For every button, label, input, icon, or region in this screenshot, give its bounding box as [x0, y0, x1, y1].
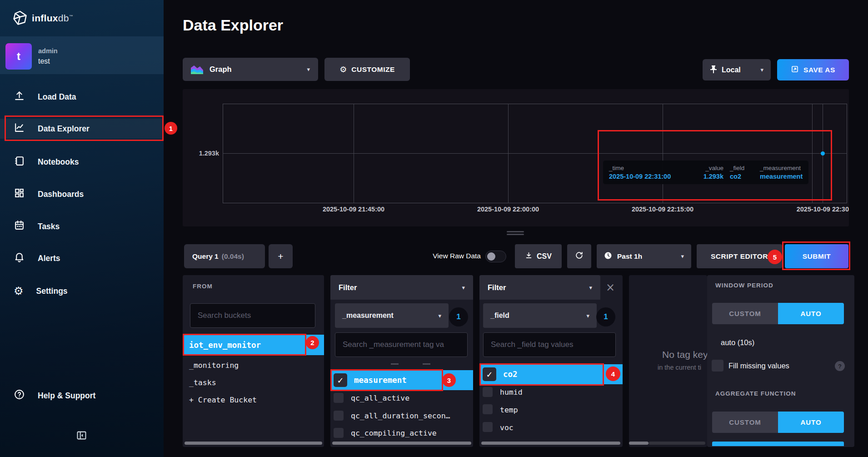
customize-button[interactable]: ⚙ CUSTOMIZE — [324, 58, 410, 81]
visualization-type-dropdown[interactable]: Graph ▾ — [183, 58, 318, 81]
bell-icon — [14, 251, 25, 265]
sidebar-item-settings[interactable]: ⚙ Settings — [0, 281, 164, 301]
tooltip-value-value: 1.293k — [698, 173, 723, 180]
x-axis-tick: 2025-10-09 22:00:00 — [472, 206, 544, 213]
scrollbar-track — [649, 442, 705, 445]
x-axis-tick: 2025-10-09 22:30 — [784, 206, 849, 213]
checkbox[interactable] — [483, 404, 493, 414]
chevron-down-icon: ▾ — [462, 284, 465, 291]
graph-viz-icon — [191, 65, 203, 74]
time-range-dropdown[interactable]: Past 1h ▾ — [597, 244, 691, 268]
search-field-input[interactable] — [483, 332, 616, 357]
collapse-sidebar-icon[interactable] — [75, 429, 88, 443]
tag-key-dropdown[interactable]: _measurement ▾ — [335, 303, 449, 328]
sidebar-item-notebooks[interactable]: Notebooks — [0, 152, 164, 172]
bucket-item[interactable]: _monitoring — [189, 360, 239, 371]
chevron-down-icon: ▾ — [589, 284, 592, 291]
resize-handle[interactable] — [507, 234, 524, 235]
search-buckets-input[interactable] — [190, 303, 315, 328]
selected-count-badge: 1 — [449, 307, 468, 326]
window-period-title: WINDOW PERIOD — [715, 282, 773, 289]
sidebar-item-alerts[interactable]: Alerts — [0, 248, 164, 268]
checkbox[interactable] — [334, 428, 344, 438]
aggregate-function-title: AGGREGATE FUNCTION — [715, 390, 796, 397]
annotation-number-3: 3 — [442, 373, 456, 387]
tag-value-item[interactable]: temp — [500, 404, 518, 415]
tag-value-item[interactable]: qc_compiling_active — [351, 427, 437, 438]
annotation-number-1: 1 — [165, 122, 177, 135]
close-icon[interactable]: × — [606, 281, 615, 294]
user-name: test — [38, 57, 50, 65]
avatar-initial: t — [17, 50, 20, 63]
fill-missing-values-label: Fill missing values — [728, 362, 789, 370]
sidebar-item-tasks[interactable]: Tasks — [0, 216, 164, 236]
fill-missing-values-checkbox[interactable] — [712, 360, 723, 372]
create-bucket-button[interactable]: + Create Bucket — [189, 394, 257, 405]
horizontal-scrollbar[interactable] — [629, 442, 649, 445]
checkbox-checked-icon[interactable]: ✓ — [483, 367, 496, 381]
influxdb-logo-icon — [12, 10, 28, 28]
query-tab[interactable]: Query 1 (0.04s) — [184, 244, 265, 268]
refresh-icon — [575, 251, 584, 261]
checkbox-checked-icon[interactable]: ✓ — [334, 373, 347, 387]
sidebar-item-dashboards[interactable]: Dashboards — [0, 184, 164, 204]
x-axis-tick: 2025-10-09 21:45:00 — [317, 206, 390, 213]
checkbox[interactable] — [483, 422, 493, 432]
bucket-item-selected[interactable]: iot_env_monitor — [183, 335, 324, 355]
sidebar-item-load-data[interactable]: Load Data — [0, 87, 164, 107]
checkbox[interactable] — [483, 387, 493, 397]
auto-option[interactable]: AUTO — [778, 303, 844, 324]
horizontal-scrollbar[interactable] — [185, 442, 322, 445]
filter-header[interactable]: Filter ▾ — [479, 275, 600, 300]
bucket-item[interactable]: _tasks — [189, 377, 216, 388]
view-raw-data-toggle[interactable] — [485, 251, 506, 262]
tag-value-item[interactable]: qc_all_active — [351, 392, 409, 403]
graph-canvas[interactable]: 1.293k 2025-10-09 21:45:00 2025-10-09 22… — [183, 89, 849, 226]
checkbox[interactable] — [334, 411, 344, 421]
csv-download-button[interactable]: CSV — [515, 244, 562, 268]
data-point[interactable] — [821, 151, 825, 156]
empty-state-subtitle: in the current ti — [658, 364, 701, 371]
horizontal-scrollbar[interactable] — [481, 442, 620, 445]
x-axis-tick: 2025-10-09 22:15:00 — [626, 206, 699, 213]
checkbox[interactable] — [334, 393, 344, 403]
search-measurement-input[interactable] — [335, 332, 468, 357]
annotation-number-2: 2 — [306, 336, 319, 349]
help-question-icon[interactable]: ? — [835, 361, 845, 371]
horizontal-scrollbar[interactable] — [332, 442, 471, 445]
clock-icon — [604, 251, 612, 261]
filter-header[interactable]: Filter ▾ — [330, 275, 473, 300]
window-period-panel: WINDOW PERIOD CUSTOM AUTO auto (10s) Fil… — [707, 275, 854, 447]
filter-measurement-panel: Filter ▾ _measurement ▾ 1 ✓ measurement … — [330, 275, 473, 447]
page-title: Data Explorer — [183, 16, 283, 34]
tag-value-selected[interactable]: ✓ co2 — [479, 364, 623, 384]
selected-function-row-clipped[interactable] — [712, 442, 844, 446]
local-dropdown[interactable]: Local ▾ — [703, 59, 771, 80]
tag-value-item[interactable]: humid — [500, 387, 523, 397]
filter-field-panel: Filter ▾ × _field ▾ 1 ✓ co2 humid temp v… — [479, 275, 623, 447]
submit-button[interactable]: SUBMIT — [785, 244, 848, 268]
save-as-button[interactable]: SAVE AS — [777, 59, 849, 80]
sidebar-item-help-support[interactable]: Help & Support — [0, 386, 164, 406]
tag-value-item[interactable]: voc — [500, 422, 514, 433]
sidebar-item-data-explorer[interactable]: Data Explorer — [0, 119, 164, 139]
line-chart-icon — [14, 122, 25, 136]
brand-name: influxdb™ — [32, 13, 73, 24]
tag-value-item[interactable]: qc_all_duration_secon… — [351, 410, 450, 421]
viz-type-label: Graph — [210, 65, 232, 74]
refresh-button[interactable] — [567, 244, 591, 268]
calendar-icon — [14, 220, 25, 233]
avatar[interactable]: t — [5, 43, 32, 70]
query-duration: (0.04s) — [222, 252, 244, 261]
add-query-button[interactable]: + — [269, 244, 293, 268]
custom-option[interactable]: CUSTOM — [712, 412, 778, 433]
pin-icon — [710, 65, 717, 75]
custom-option[interactable]: CUSTOM — [712, 303, 778, 324]
empty-state-title: No tag keys — [662, 349, 707, 360]
resize-handle[interactable] — [507, 231, 524, 232]
auto-option[interactable]: AUTO — [778, 412, 844, 433]
tag-key-dropdown[interactable]: _field ▾ — [483, 303, 597, 328]
tooltip-header-measurement: _measurement — [760, 165, 813, 171]
upload-icon — [14, 90, 25, 104]
chevron-down-icon: ▾ — [586, 312, 589, 319]
